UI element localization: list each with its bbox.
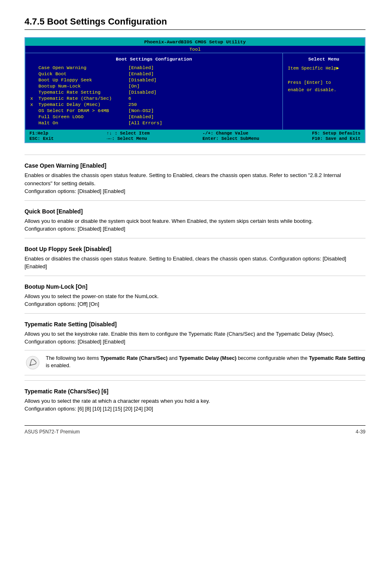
section-heading: Case Open Warning [Enabled] xyxy=(25,162,365,169)
bios-footer-enter: Enter: Select SubMenu xyxy=(202,136,259,141)
section-divider xyxy=(25,276,365,276)
bios-item-value: [Enabled] xyxy=(128,71,154,76)
bios-sidebar: Select Menu Item Specific Help► Press [E… xyxy=(283,53,365,130)
section-divider xyxy=(25,313,365,314)
bios-menu-bar: Tool xyxy=(25,46,365,53)
bios-body: Boot Settings Configuration Case Open Wa… xyxy=(25,53,365,130)
content-section-boot-up-floppy-seek: Boot Up Floppy Seek [Disabled]Enables or… xyxy=(25,238,365,271)
bios-help-item-specific: Item Specific Help► xyxy=(288,65,360,72)
bios-main-title: Boot Settings Configuration xyxy=(30,56,278,62)
section-body: Allows you to set the keystroke rate. En… xyxy=(25,330,365,346)
bios-item-value: [On] xyxy=(128,83,140,89)
bios-item-row: xTypematic Rate (Chars/Sec)6 xyxy=(30,96,278,101)
bios-footer-esc: ESC: Exit xyxy=(29,136,54,141)
bios-footer-select-menu: →←: Select Menu xyxy=(107,136,150,141)
bios-item-label: Quick Boot xyxy=(38,71,128,76)
bios-footer-f5: F5: Setup Defaults xyxy=(312,131,361,136)
bios-item-prefix xyxy=(30,83,38,89)
bios-item-value: 6 xyxy=(128,96,131,101)
bios-item-label: Typematic Delay (Msec) xyxy=(38,102,128,107)
bios-item-row: Boot Up Floppy Seek[Disabled] xyxy=(30,77,278,83)
bios-footer-f1: F1:Help xyxy=(29,131,54,136)
bios-item-label: Typematic Rate Setting xyxy=(38,90,128,95)
note-pencil-icon xyxy=(25,355,41,371)
bios-item-row: Typematic Rate Setting[Disabled] xyxy=(30,90,278,95)
bios-item-label: Typematic Rate (Chars/Sec) xyxy=(38,96,128,101)
content-section-quick-boot: Quick Boot [Enabled]Allows you to enable… xyxy=(25,200,365,233)
bios-item-value: [Non-OS2] xyxy=(128,108,154,113)
bios-help-text: Item Specific Help► Press [Enter] to ena… xyxy=(288,65,360,94)
footer-right: 4-39 xyxy=(356,429,365,435)
section-body: Enables or disables the chassis open sta… xyxy=(25,255,365,271)
bios-footer-f10: F10: Save and Exit xyxy=(312,136,361,141)
sections-container: Case Open Warning [Enabled]Enables or di… xyxy=(25,155,365,413)
bios-footer-col1: F1:Help ESC: Exit xyxy=(29,131,54,141)
bios-item-prefix xyxy=(30,71,38,76)
bios-item-row: Full Screen LOGO[Enabled] xyxy=(30,114,278,119)
section-divider xyxy=(25,200,365,201)
bios-item-prefix xyxy=(30,65,38,70)
bios-title-bar: Phoenix-AwardBIOS CMOS Setup Utility xyxy=(25,38,365,46)
page-title: 4.7.5 Boot Settings Configuration xyxy=(25,16,365,30)
content-section-bootup-num-lock: Bootup Num-Lock [On]Allows you to select… xyxy=(25,276,365,308)
section-heading: Boot Up Floppy Seek [Disabled] xyxy=(25,246,365,252)
bios-item-prefix xyxy=(30,108,38,113)
bios-help-line2: enable or disable. xyxy=(288,87,360,94)
bios-item-row: Quick Boot[Enabled] xyxy=(30,71,278,76)
bios-screen: Phoenix-AwardBIOS CMOS Setup Utility Too… xyxy=(25,37,365,143)
note-text: The following two items Typematic Rate (… xyxy=(46,355,365,370)
bios-footer-select-item: ↑↓ : Select Item xyxy=(107,131,150,136)
bios-item-label: Halt On xyxy=(38,120,128,126)
bios-item-row: xTypematic Delay (Msec)250 xyxy=(30,102,278,107)
svg-point-0 xyxy=(26,356,39,369)
bios-item-value: [All Errors] xyxy=(128,120,162,126)
bios-footer-col4: F5: Setup Defaults F10: Save and Exit xyxy=(312,131,361,141)
section-divider xyxy=(25,155,365,155)
bios-item-value: 250 xyxy=(128,102,137,107)
section-body: Enables or disables the chassis open sta… xyxy=(25,171,365,195)
bios-item-row: Bootup Num-Lock[On] xyxy=(30,83,278,89)
bios-item-prefix xyxy=(30,114,38,119)
bios-footer: F1:Help ESC: Exit ↑↓ : Select Item →←: S… xyxy=(25,130,365,142)
bios-item-value: [Enabled] xyxy=(128,65,154,70)
section-body: Allows you to enable or disable the syst… xyxy=(25,217,365,233)
bios-item-row: Halt On[All Errors] xyxy=(30,120,278,126)
section-divider xyxy=(25,238,365,238)
bios-item-value: [Disabled] xyxy=(128,77,157,83)
bios-item-prefix xyxy=(30,90,38,95)
bios-footer-col2: ↑↓ : Select Item →←: Select Menu xyxy=(107,131,150,141)
section-divider xyxy=(25,380,365,381)
footer-left: ASUS P5N72-T Premium xyxy=(25,429,80,435)
bios-item-label: Boot Up Floppy Seek xyxy=(38,77,128,83)
bios-items-container: Case Open Warning[Enabled]Quick Boot[Ena… xyxy=(30,65,278,126)
bios-item-row: Case Open Warning[Enabled] xyxy=(30,65,278,70)
bios-item-value: [Enabled] xyxy=(128,114,154,119)
content-section-case-open-warning: Case Open Warning [Enabled]Enables or di… xyxy=(25,155,365,195)
page-footer: ASUS P5N72-T Premium 4-39 xyxy=(25,425,365,435)
bios-item-prefix: x xyxy=(30,96,38,101)
section-body: Allows you to select the rate at which a… xyxy=(25,397,365,413)
bios-help-line1: Press [Enter] to xyxy=(288,79,360,87)
bios-footer-col3: -/+: Change Value Enter: Select SubMenu xyxy=(202,131,259,141)
bios-item-label: Full Screen LOGO xyxy=(38,114,128,119)
bios-item-label: OS Select For DRAM > 64MB xyxy=(38,108,128,113)
bios-sidebar-title: Select Menu xyxy=(288,56,360,62)
note-box: The following two items Typematic Rate (… xyxy=(25,350,365,375)
section-body: Allows you to select the power-on state … xyxy=(25,292,365,308)
bios-footer-change-value: -/+: Change Value xyxy=(202,131,259,136)
bios-main: Boot Settings Configuration Case Open Wa… xyxy=(25,53,283,130)
section-heading: Typematic Rate Setting [Disabled] xyxy=(25,321,365,328)
bios-item-prefix xyxy=(30,77,38,83)
bios-item-value: [Disabled] xyxy=(128,90,157,95)
section-heading: Bootup Num-Lock [On] xyxy=(25,283,365,290)
bios-item-prefix xyxy=(30,120,38,126)
bios-item-label: Case Open Warning xyxy=(38,65,128,70)
content-section-typematic-rate: Typematic Rate (Chars/Sec) [6]Allows you… xyxy=(25,380,365,413)
section-heading: Quick Boot [Enabled] xyxy=(25,208,365,215)
bios-item-label: Bootup Num-Lock xyxy=(38,83,128,89)
section-heading: Typematic Rate (Chars/Sec) [6] xyxy=(25,388,365,395)
content-section-typematic-rate-setting: Typematic Rate Setting [Disabled]Allows … xyxy=(25,313,365,375)
bios-item-prefix: x xyxy=(30,102,38,107)
bios-item-row: OS Select For DRAM > 64MB[Non-OS2] xyxy=(30,108,278,113)
